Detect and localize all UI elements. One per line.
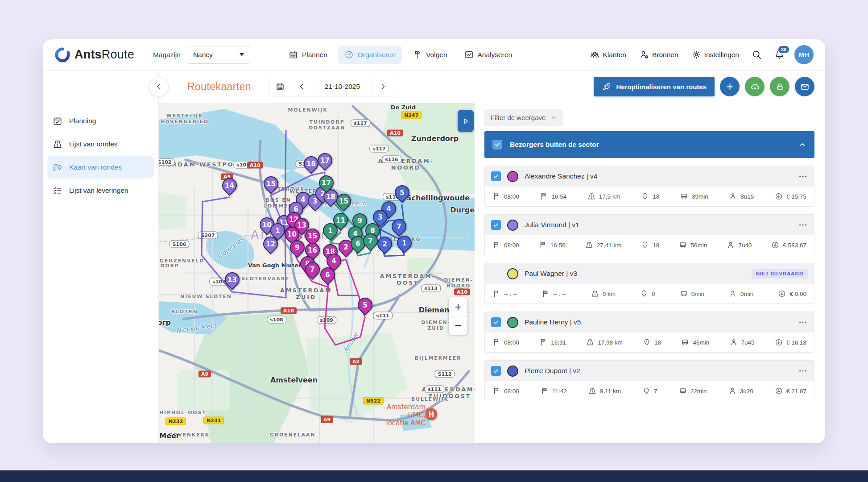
mail-button[interactable] [795, 77, 814, 96]
driver-checkbox[interactable] [491, 317, 501, 327]
lock-button[interactable] [770, 77, 789, 96]
route-stop-marker[interactable]: 17 [319, 175, 334, 195]
sidebar-item-planning[interactable]: Planning [47, 110, 154, 132]
stat-driving-time: 46min [681, 338, 709, 346]
plus-button[interactable] [720, 77, 740, 96]
search-icon [752, 50, 762, 60]
person-icon [728, 387, 736, 395]
route-stop-marker[interactable]: 16 [304, 156, 318, 176]
location-pin-icon [641, 192, 649, 200]
flag-icon [492, 192, 500, 200]
date-picker: 21-10-2025 [269, 77, 394, 96]
driver-menu-button[interactable] [798, 220, 808, 230]
route-stop-marker[interactable]: 12 [263, 237, 278, 256]
warehouse-select[interactable]: Nancy [187, 46, 250, 64]
prev-day-button[interactable] [291, 77, 313, 96]
stat-cost: € 0,00 [778, 290, 806, 298]
route-stop-marker[interactable]: 2 [377, 237, 392, 256]
route-stop-marker[interactable]: 1 [323, 223, 338, 243]
next-day-button[interactable] [372, 77, 394, 96]
zoom-in-button[interactable]: + [449, 297, 467, 316]
driver-checkbox[interactable] [491, 220, 501, 230]
marker-number: 5 [396, 186, 409, 199]
euro-down-icon [771, 241, 779, 249]
route-stop-marker[interactable]: 15 [336, 194, 351, 213]
driver-menu-button[interactable] [798, 171, 808, 181]
marker-pin-icon: 2 [374, 233, 395, 254]
tab-volgen[interactable]: Volgen [406, 46, 453, 64]
driver-menu-button[interactable] [798, 317, 808, 327]
zoom-out-button[interactable]: − [449, 316, 467, 335]
route-stop-marker[interactable]: 6 [320, 267, 335, 287]
stat-value: 0 km [603, 291, 616, 297]
route-stop-marker[interactable]: 14 [222, 178, 237, 198]
route-stop-marker[interactable]: 13 [225, 272, 240, 292]
location-pin-icon [641, 241, 649, 249]
notifications-button[interactable]: 30 [774, 50, 785, 60]
nav-item-label: Klanten [603, 51, 626, 59]
chevron-up-icon[interactable] [798, 141, 806, 149]
tab-plannen[interactable]: Plannen [282, 46, 334, 64]
stat-value: 08:00 [504, 388, 519, 395]
search-button[interactable] [752, 50, 762, 60]
sidebar-item-lijst-van-leveringen[interactable]: Lijst van leveringen [47, 179, 154, 202]
user-avatar[interactable]: MH [794, 45, 814, 64]
sidebar-item-lijst-van-rondes[interactable]: Lijst van rondes [47, 133, 154, 155]
brand-logo[interactable]: AntsRoute [54, 47, 134, 63]
map-canvas[interactable]: MOLENWIJKDe ZuidWESTELIJK HAVENGEBIEDTUI… [159, 103, 475, 443]
nav-menu: KlantenBronnenInstellingen [590, 50, 739, 59]
section-header[interactable]: Bezorgers buiten de sector [484, 131, 814, 158]
stat-value: 18 [654, 339, 661, 346]
section-checkbox[interactable] [492, 140, 502, 150]
tab-analyseren[interactable]: Analyseren [458, 46, 519, 64]
vehicle-icon [681, 338, 689, 346]
vehicle-icon [680, 290, 688, 298]
collapse-panel-button[interactable] [149, 77, 169, 96]
stat-value: 8u15 [740, 193, 754, 200]
marker-number: 1 [324, 224, 337, 237]
driver-header-row: Julia Virmond | v1 [485, 215, 814, 235]
route-stop-marker[interactable]: 5 [358, 298, 372, 317]
person-icon [729, 192, 737, 200]
route-stop-marker[interactable]: 17 [318, 153, 332, 173]
location-pin-icon [642, 387, 650, 395]
road-sign-icon [587, 192, 595, 200]
nav-item-bronnen[interactable]: Bronnen [640, 50, 678, 59]
expand-map-button[interactable] [458, 110, 474, 132]
marker-number: 12 [264, 237, 277, 250]
tab-label: Volgen [426, 51, 447, 59]
marker-pin-icon: 9 [287, 237, 308, 258]
stat-distance: 0 km [591, 290, 616, 298]
marker-pin-icon: 17 [314, 150, 335, 171]
route-stop-marker[interactable]: 5 [395, 185, 409, 205]
route-stop-marker[interactable]: 7 [363, 233, 378, 253]
marker-number: 7 [306, 263, 319, 276]
reoptimize-routes-button[interactable]: Heroptimaliseren van routes [594, 77, 715, 96]
nav-item-instellingen[interactable]: Instellingen [692, 50, 739, 59]
route-stop-marker[interactable]: 1 [397, 236, 412, 255]
driver-color-dot [507, 366, 518, 377]
cloud-download-button[interactable] [745, 77, 765, 96]
driver-checkbox[interactable] [491, 171, 501, 181]
stat-cost: € 583,67 [771, 241, 806, 249]
hospital-marker-icon: H [426, 408, 438, 420]
nav-item-klanten[interactable]: Klanten [590, 50, 626, 59]
driver-color-dot [507, 268, 518, 279]
route-stop-marker[interactable]: 7 [305, 262, 320, 282]
tab-organiseren[interactable]: Organiseren [338, 46, 402, 64]
stat-value: 7u45 [741, 339, 755, 346]
driver-menu-button[interactable] [798, 366, 808, 376]
calendar-button[interactable] [269, 77, 291, 96]
route-stop-marker[interactable]: 15 [264, 176, 278, 196]
route-stop-marker[interactable]: 3 [373, 210, 388, 229]
flag-icon [492, 290, 500, 298]
check-icon [493, 319, 499, 325]
sidebar-item-kaart-van-rondes[interactable]: Kaart van rondes [47, 156, 154, 179]
stat-driving-time: 0min [680, 290, 704, 298]
date-value[interactable]: 21-10-2025 [313, 77, 372, 96]
filter-view-dropdown[interactable]: Filter de weergave [484, 109, 563, 126]
driver-header-row: Alexandre Sanchez | v4 [485, 166, 814, 187]
driver-stats-row: 08:0016:5417,5 km1839min8u15€ 15,75 [485, 187, 814, 206]
vehicle-icon [679, 241, 687, 249]
driver-checkbox[interactable] [491, 366, 501, 376]
